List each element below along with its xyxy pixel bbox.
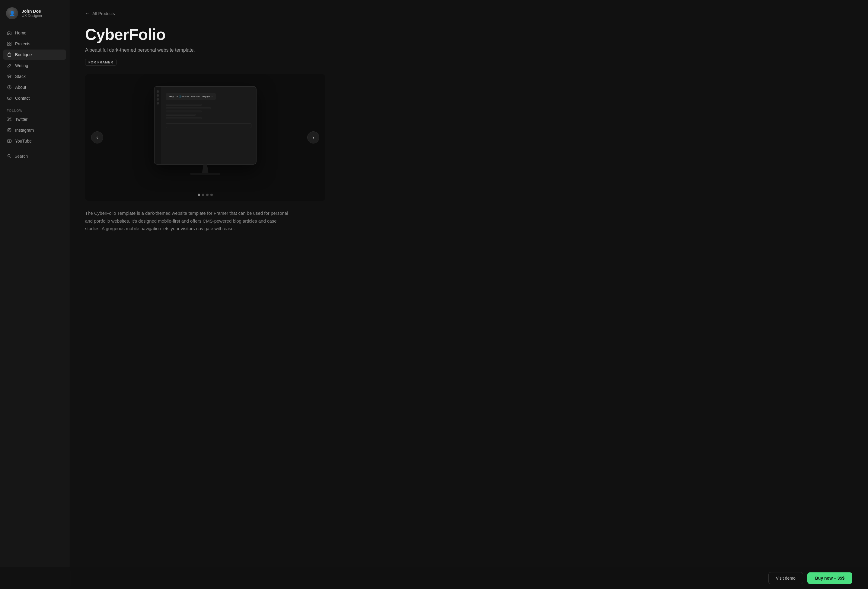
breadcrumb[interactable]: ← All Products bbox=[85, 11, 325, 16]
sidebar-item-home[interactable]: Home bbox=[3, 28, 66, 38]
buy-now-button[interactable]: Buy now – 35$ bbox=[807, 573, 852, 584]
grid-icon bbox=[7, 41, 12, 46]
sidebar-item-writing[interactable]: Writing bbox=[3, 61, 66, 71]
bag-icon bbox=[7, 52, 12, 58]
sidebar-item-boutique[interactable]: Boutique bbox=[3, 50, 66, 60]
svg-point-9 bbox=[9, 129, 10, 131]
stack-icon bbox=[7, 74, 12, 79]
sidebar-item-youtube[interactable]: YouTube bbox=[3, 136, 66, 146]
product-carousel: Hey, I'm 🌑 Emma. How can I help you? bbox=[85, 74, 325, 201]
product-tag: FOR FRAMER bbox=[85, 59, 117, 65]
home-icon bbox=[7, 30, 12, 36]
sidebar-item-stack[interactable]: Stack bbox=[3, 71, 66, 81]
monitor-illustration: Hey, I'm 🌑 Emma. How can I help you? bbox=[148, 86, 263, 189]
svg-rect-0 bbox=[7, 42, 9, 43]
profile-role: UX Designer bbox=[22, 13, 42, 18]
bottom-action-bar: Visit demo Buy now – 35$ bbox=[0, 567, 868, 589]
chat-message: Hey, I'm 🌑 Emma. How can I help you? bbox=[166, 93, 216, 100]
product-title: CyberFolio bbox=[85, 26, 325, 43]
sidebar-item-twitter[interactable]: Twitter bbox=[3, 114, 66, 124]
carousel-dot-1[interactable] bbox=[198, 194, 200, 196]
svg-rect-3 bbox=[10, 44, 11, 46]
carousel-next-button[interactable]: › bbox=[307, 132, 319, 144]
back-arrow-icon: ← bbox=[85, 11, 90, 16]
follow-nav: Twitter Instagram YouTube bbox=[0, 114, 69, 146]
svg-point-12 bbox=[8, 155, 10, 157]
sidebar: 👤 John Doe UX Designer Home Projects B bbox=[0, 0, 69, 589]
svg-rect-1 bbox=[10, 42, 11, 43]
profile-name: John Doe bbox=[22, 9, 42, 13]
follow-section-label: FOLLOW bbox=[0, 103, 69, 114]
carousel-dot-4[interactable] bbox=[210, 194, 213, 196]
svg-rect-4 bbox=[8, 54, 11, 56]
main-nav: Home Projects Boutique Writing bbox=[0, 28, 69, 103]
carousel-dots bbox=[198, 194, 213, 196]
pen-icon bbox=[7, 63, 12, 68]
carousel-prev-button[interactable]: ‹ bbox=[91, 132, 103, 144]
carousel-dot-3[interactable] bbox=[206, 194, 208, 196]
carousel-dot-2[interactable] bbox=[202, 194, 204, 196]
breadcrumb-label: All Products bbox=[92, 11, 115, 16]
instagram-icon bbox=[7, 127, 12, 133]
sidebar-item-projects[interactable]: Projects bbox=[3, 38, 66, 49]
youtube-icon bbox=[7, 138, 12, 144]
search-icon bbox=[7, 154, 12, 159]
svg-rect-2 bbox=[7, 44, 9, 46]
mail-icon bbox=[7, 95, 12, 101]
svg-point-10 bbox=[10, 129, 10, 129]
visit-demo-button[interactable]: Visit demo bbox=[768, 572, 803, 584]
svg-rect-11 bbox=[7, 140, 12, 142]
svg-point-6 bbox=[9, 86, 10, 87]
search-button[interactable]: Search bbox=[3, 151, 66, 161]
sidebar-item-about[interactable]: About bbox=[3, 82, 66, 92]
about-icon bbox=[7, 84, 12, 90]
carousel-slide: Hey, I'm 🌑 Emma. How can I help you? bbox=[85, 74, 325, 201]
sidebar-item-contact[interactable]: Contact bbox=[3, 93, 66, 103]
avatar: 👤 bbox=[6, 7, 18, 19]
main-content: ← All Products CyberFolio A beautiful da… bbox=[69, 0, 341, 589]
product-subtitle: A beautiful dark-themed personal website… bbox=[85, 47, 325, 53]
svg-rect-7 bbox=[7, 97, 11, 99]
twitter-icon bbox=[7, 117, 12, 122]
user-profile: 👤 John Doe UX Designer bbox=[0, 7, 69, 28]
product-description: The CyberFolio Template is a dark-themed… bbox=[85, 209, 290, 232]
sidebar-item-instagram[interactable]: Instagram bbox=[3, 125, 66, 135]
